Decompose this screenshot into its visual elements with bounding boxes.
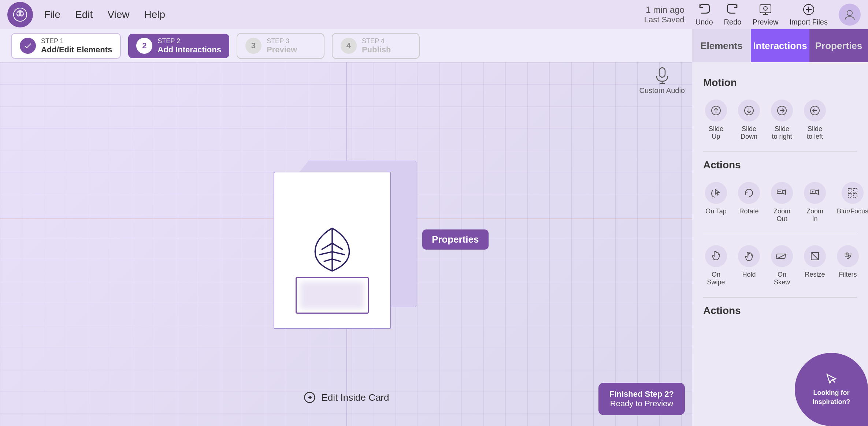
actions2-title: Actions xyxy=(703,305,857,317)
header: File Edit View Help 1 min ago Last Saved… xyxy=(0,0,868,29)
step-1-label: STEP 1 xyxy=(41,37,112,45)
card-front[interactable] xyxy=(274,172,391,329)
finished-line2: Ready to Preview xyxy=(609,399,674,408)
slide-down-button[interactable]: Slide Down xyxy=(736,96,762,144)
import-button[interactable]: Import Files xyxy=(790,3,828,26)
slide-right-icon xyxy=(771,100,793,122)
on-tap-button[interactable]: On Tap xyxy=(703,178,729,227)
user-avatar[interactable] xyxy=(839,4,861,26)
resize-label: Resize xyxy=(805,271,825,279)
on-skew-label: On Skew xyxy=(771,271,793,286)
actions2-grid: On Swipe Hold xyxy=(703,242,857,290)
svg-line-15 xyxy=(322,243,332,250)
nav-file[interactable]: File xyxy=(44,9,60,20)
svg-line-16 xyxy=(332,243,343,250)
nav-edit[interactable]: Edit xyxy=(75,9,93,20)
finished-step-banner[interactable]: Finished Step 2? Ready to Preview xyxy=(598,383,685,415)
rotate-icon xyxy=(738,182,760,204)
svg-point-10 xyxy=(847,10,852,15)
inspiration-bubble[interactable]: Looking for Inspiration? xyxy=(795,353,868,426)
tab-interactions[interactable]: Interactions xyxy=(751,29,809,62)
on-tap-icon xyxy=(705,182,727,204)
svg-point-6 xyxy=(764,7,767,10)
step-3-text: STEP 3 Preview xyxy=(267,37,297,55)
hold-icon xyxy=(738,245,760,267)
nav-view[interactable]: View xyxy=(107,9,129,20)
svg-rect-3 xyxy=(760,5,771,13)
hold-label: Hold xyxy=(742,271,756,279)
edit-inside-button[interactable]: Edit Inside Card xyxy=(303,391,389,404)
step-4-text: STEP 4 Publish xyxy=(362,37,391,55)
svg-rect-37 xyxy=(848,194,852,197)
divider-2 xyxy=(703,234,857,234)
preview-button[interactable]: Preview xyxy=(752,3,778,26)
step-4[interactable]: 4 STEP 4 Publish xyxy=(332,33,420,59)
on-skew-button[interactable]: On Skew xyxy=(769,242,795,290)
slide-left-icon xyxy=(804,100,826,122)
panel-tabs: Elements Interactions Properties xyxy=(692,29,868,62)
blur-focus-button[interactable]: Blur/Focus xyxy=(835,178,868,227)
hold-button[interactable]: Hold xyxy=(736,242,762,290)
actions1-title: Actions xyxy=(703,159,857,171)
filters-label: Filters xyxy=(839,271,857,279)
custom-audio-button[interactable]: Custom Audio xyxy=(639,62,685,95)
step-2-num: 2 xyxy=(136,38,152,54)
step-3[interactable]: 3 STEP 3 Preview xyxy=(237,33,324,59)
selection-blur xyxy=(300,282,364,309)
zoom-in-icon xyxy=(804,182,826,204)
svg-point-1 xyxy=(17,12,19,15)
blur-focus-icon xyxy=(842,182,864,204)
step-3-num: 3 xyxy=(245,38,261,54)
step-1-num xyxy=(20,38,36,54)
zoom-out-button[interactable]: Zoom Out xyxy=(769,178,795,227)
slide-left-button[interactable]: Slide to left xyxy=(802,96,828,144)
undo-label: Undo xyxy=(695,18,713,26)
on-swipe-button[interactable]: On Swipe xyxy=(703,242,729,290)
step-2-name: Add Interactions xyxy=(157,45,221,55)
svg-line-19 xyxy=(324,259,332,262)
actions1-grid: On Tap Rotate xyxy=(703,178,857,227)
on-swipe-label: On Swipe xyxy=(705,271,727,286)
svg-rect-35 xyxy=(848,188,852,192)
svg-line-17 xyxy=(319,252,332,255)
nav-help[interactable]: Help xyxy=(144,9,166,20)
svg-point-48 xyxy=(848,255,850,257)
svg-line-20 xyxy=(332,259,341,262)
save-time: 1 min ago xyxy=(644,5,685,15)
slide-up-icon xyxy=(705,100,727,122)
slide-up-button[interactable]: Slide Up xyxy=(703,96,729,144)
slide-right-button[interactable]: Slide to right xyxy=(769,96,795,144)
divider-1 xyxy=(703,152,857,152)
step-4-num: 4 xyxy=(341,38,357,54)
custom-audio-label: Custom Audio xyxy=(639,86,685,95)
filters-button[interactable]: Filters xyxy=(835,242,861,290)
step-2-label: STEP 2 xyxy=(157,37,221,45)
save-info: 1 min ago Last Saved xyxy=(644,5,685,25)
redo-button[interactable]: Redo xyxy=(724,3,742,26)
step-2-text: STEP 2 Add Interactions xyxy=(157,37,221,55)
import-label: Import Files xyxy=(790,18,828,26)
on-swipe-icon xyxy=(705,245,727,267)
resize-button[interactable]: Resize xyxy=(802,242,828,290)
undo-button[interactable]: Undo xyxy=(695,3,713,26)
zoom-in-button[interactable]: Zoom In xyxy=(802,178,828,227)
rotate-button[interactable]: Rotate xyxy=(736,178,762,227)
edit-inside-label: Edit Inside Card xyxy=(322,392,389,403)
tab-properties[interactable]: Properties xyxy=(809,29,868,62)
steps-bar: STEP 1 Add/Edit Elements 2 STEP 2 Add In… xyxy=(0,29,722,62)
slide-left-label: Slide to left xyxy=(804,125,826,141)
svg-rect-11 xyxy=(659,68,665,77)
svg-point-2 xyxy=(21,12,23,15)
card-selection[interactable] xyxy=(296,277,369,314)
header-tools: Undo Redo Preview Import File xyxy=(695,3,828,26)
tab-elements[interactable]: Elements xyxy=(692,29,751,62)
slide-up-label: Slide Up xyxy=(705,125,727,141)
step-1[interactable]: STEP 1 Add/Edit Elements xyxy=(11,33,121,59)
properties-tooltip[interactable]: Properties xyxy=(422,229,489,250)
divider-3 xyxy=(703,297,857,298)
logo[interactable] xyxy=(7,2,33,27)
step-2[interactable]: 2 STEP 2 Add Interactions xyxy=(128,34,229,58)
nav-menu: File Edit View Help xyxy=(44,9,633,20)
card-leaf-icon xyxy=(307,224,358,277)
inspiration-label: Looking for Inspiration? xyxy=(795,388,868,407)
